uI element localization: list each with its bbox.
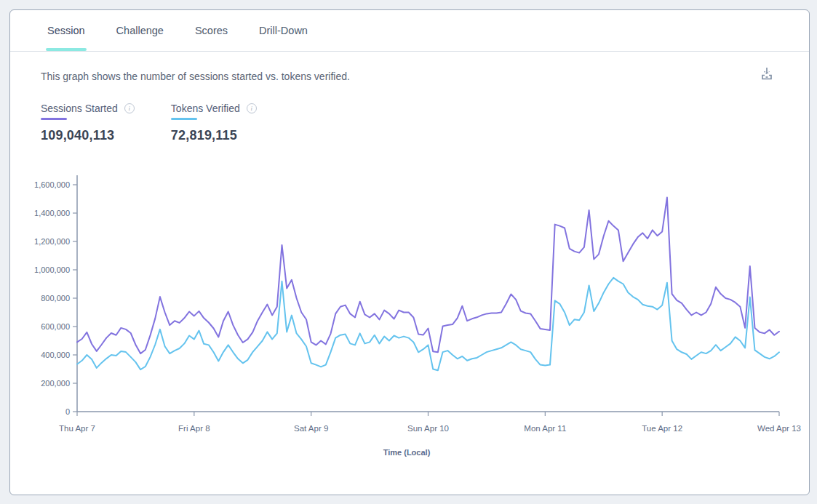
y-tick-label: 400,000	[41, 351, 70, 359]
y-tick-label: 800,000	[41, 294, 70, 303]
y-tick-label: 600,000	[41, 322, 70, 331]
x-tick-label: Sat Apr 9	[294, 424, 328, 433]
sessions-tokens-chart: 0200,000400,000600,000800,0001,000,0001,…	[10, 10, 810, 496]
y-tick-label: 1,600,000	[34, 180, 70, 189]
y-tick-label: 1,400,000	[34, 209, 70, 217]
x-tick-label: Fri Apr 8	[178, 424, 210, 433]
x-tick-label: Thu Apr 7	[59, 424, 95, 433]
y-tick-label: 0	[65, 407, 70, 416]
x-tick-label: Mon Apr 11	[524, 424, 566, 433]
y-tick-label: 1,000,000	[34, 265, 70, 274]
tokens-verified-line	[77, 278, 779, 370]
sessions-started-line	[77, 198, 779, 354]
panel-card: Session Challenge Scores Drill-Down This…	[9, 9, 810, 495]
y-tick-label: 1,200,000	[34, 237, 70, 246]
x-tick-label: Sun Apr 10	[407, 424, 449, 433]
x-tick-label: Wed Apr 13	[757, 424, 801, 433]
x-axis-title: Time (Local)	[383, 448, 431, 457]
y-tick-label: 200,000	[41, 379, 70, 388]
x-tick-label: Tue Apr 12	[642, 424, 682, 433]
